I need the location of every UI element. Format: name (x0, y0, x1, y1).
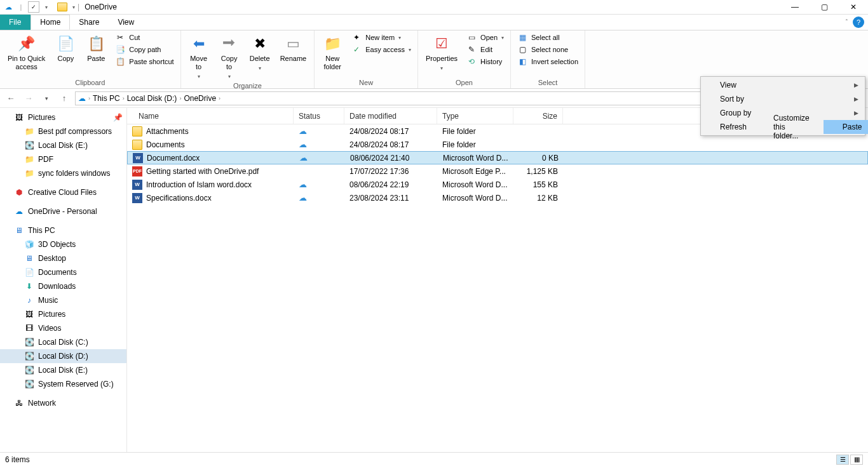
nav-network[interactable]: 🖧Network (0, 396, 126, 410)
minimize-button[interactable]: ― (780, 0, 810, 15)
nav-localdisk-d[interactable]: 💽Local Disk (D:) (0, 349, 126, 363)
nav-creative-cloud[interactable]: ⬢Creative Cloud Files (0, 185, 126, 199)
history-button[interactable]: ⟲History (464, 56, 506, 67)
tab-share[interactable]: Share (70, 15, 109, 30)
ctx-paste[interactable]: Paste (824, 120, 868, 134)
forward-button[interactable]: → (22, 91, 36, 105)
large-icons-view-button[interactable]: ▦ (850, 455, 863, 465)
properties-button[interactable]: ☑Properties (422, 32, 461, 74)
select-none-icon: ▢ (517, 44, 527, 55)
nav-sysreserved[interactable]: 💽System Reserved (G:) (0, 377, 126, 391)
col-name[interactable]: Name (127, 108, 294, 124)
breadcrumb-onedrive[interactable]: OneDrive (184, 94, 216, 103)
new-item-button[interactable]: ✦New item (349, 32, 414, 43)
maximize-button[interactable]: ▢ (810, 0, 839, 15)
edit-icon: ✎ (466, 44, 477, 55)
easy-access-button[interactable]: ✓Easy access (349, 44, 414, 55)
col-type[interactable]: Type (437, 108, 513, 124)
nav-downloads[interactable]: ⬇Downloads (0, 279, 126, 293)
up-button[interactable]: ↑ (57, 91, 71, 105)
qat-dropdown2-icon[interactable]: ▾ (72, 4, 75, 10)
file-date: 17/07/2022 17:36 (344, 167, 437, 176)
new-folder-button[interactable]: 📁New folder (318, 32, 346, 72)
paste-shortcut-button[interactable]: 📋Paste shortcut (112, 56, 176, 67)
collapse-ribbon-icon[interactable]: ˆ (846, 19, 848, 26)
nav-sync[interactable]: 📁sync folders windows (0, 166, 126, 180)
nav-3dobjects[interactable]: 🧊3D Objects (0, 237, 126, 251)
back-button[interactable]: ← (4, 91, 18, 105)
select-none-button[interactable]: ▢Select none (515, 44, 581, 55)
nav-pictures2[interactable]: 🖼Pictures (0, 307, 126, 321)
close-button[interactable]: ✕ (839, 0, 868, 15)
downloads-icon: ⬇ (24, 281, 34, 291)
copy-to-button[interactable]: ⮕Copy to (215, 32, 243, 82)
ctx-sortby[interactable]: Sort by▶ (701, 92, 865, 106)
copy-path-button[interactable]: 📑Copy path (112, 44, 176, 55)
nav-onedrive[interactable]: ☁OneDrive - Personal (0, 204, 126, 218)
nav-documents[interactable]: 📄Documents (0, 265, 126, 279)
file-name: Documents (146, 140, 185, 149)
tab-file[interactable]: File (0, 15, 31, 30)
qat-sep: | (15, 1, 27, 13)
file-row[interactable]: PDFGetting started with OneDrive.pdf17/0… (127, 164, 868, 178)
nav-bestpdf[interactable]: 📁Best pdf compressors (0, 124, 126, 138)
paste-button[interactable]: 📋Paste (82, 32, 110, 64)
file-row[interactable]: Documents☁24/08/2024 08:17File folder (127, 138, 868, 151)
file-row[interactable]: WDocument.docx☁08/06/2024 21:40Microsoft… (127, 151, 868, 164)
delete-button[interactable]: ✖Delete (246, 32, 274, 74)
nav-localdisk-e2[interactable]: 💽Local Disk (E:) (0, 363, 126, 377)
edit-button[interactable]: ✎Edit (464, 44, 506, 55)
window-title: OneDrive (85, 3, 117, 11)
nav-thispc[interactable]: 🖥This PC (0, 223, 126, 237)
tab-home[interactable]: Home (31, 15, 70, 30)
copy-to-icon: ⮕ (219, 33, 240, 53)
ctx-refresh[interactable]: Refresh Customize this folder... Paste P… (701, 120, 865, 134)
nav-pdf[interactable]: 📁PDF (0, 152, 126, 166)
file-date: 24/08/2024 08:17 (344, 140, 437, 149)
folder-icon: 📁 (24, 126, 34, 136)
help-icon[interactable]: ? (853, 17, 864, 28)
tab-view[interactable]: View (109, 15, 144, 30)
file-size: 12 KB (513, 194, 563, 203)
col-status[interactable]: Status (294, 108, 344, 124)
cloud-status-icon: ☁ (299, 153, 308, 163)
col-date[interactable]: Date modified (344, 108, 437, 124)
breadcrumb-thispc[interactable]: This PC (93, 94, 120, 103)
nav-videos[interactable]: 🎞Videos (0, 321, 126, 335)
qat-check-icon[interactable]: ✓ (28, 1, 39, 13)
breadcrumb-localdisk-d[interactable]: Local Disk (D:) (127, 94, 177, 103)
nav-pictures[interactable]: 🖼Pictures📌 (0, 110, 126, 124)
rename-button[interactable]: ▭Rename (276, 32, 311, 64)
nav-localdisk-e[interactable]: 💽Local Disk (E:) (0, 138, 126, 152)
open-button[interactable]: ▭Open (464, 32, 506, 43)
recent-dropdown[interactable]: ▾ (39, 91, 53, 105)
nav-music[interactable]: ♪Music (0, 293, 126, 307)
pin-quick-access-button[interactable]: 📌Pin to Quick access (4, 32, 49, 72)
copy-button[interactable]: 📄Copy (51, 32, 79, 64)
cut-button[interactable]: ✂Cut (112, 32, 176, 43)
file-row[interactable]: WSpecifications.docx☁23/08/2024 23:11Mic… (127, 191, 868, 204)
ctx-customize[interactable]: Customize this folder... (754, 120, 816, 134)
folder-icon (57, 3, 67, 11)
file-type: Microsoft Word D... (438, 154, 514, 163)
col-size[interactable]: Size (513, 108, 563, 124)
navigation-pane[interactable]: 🖼Pictures📌 📁Best pdf compressors 💽Local … (0, 108, 127, 452)
ribbon-tabs: File Home Share View ˆ ? (0, 15, 868, 30)
nav-localdisk-c[interactable]: 💽Local Disk (C:) (0, 335, 126, 349)
onedrive-icon: ☁ (78, 94, 86, 103)
nav-desktop[interactable]: 🖥Desktop (0, 251, 126, 265)
invert-selection-button[interactable]: ◧Invert selection (515, 56, 581, 67)
word-icon: W (132, 180, 142, 190)
rename-icon: ▭ (283, 33, 303, 53)
invert-icon: ◧ (517, 57, 527, 67)
pictures-icon: 🖼 (24, 309, 34, 319)
select-all-button[interactable]: ▦Select all (515, 32, 581, 43)
qat-dropdown-icon[interactable]: ▾ (41, 1, 52, 13)
details-view-button[interactable]: ☰ (836, 455, 849, 465)
select-all-icon: ▦ (517, 32, 527, 43)
new-folder-icon: 📁 (322, 33, 342, 53)
ctx-view[interactable]: View▶ (701, 78, 865, 92)
move-to-button[interactable]: ⬅Move to (185, 32, 213, 82)
paste-shortcut-icon: 📋 (115, 57, 125, 67)
file-row[interactable]: WIntroduction of Islam word.docx☁08/06/2… (127, 178, 868, 191)
